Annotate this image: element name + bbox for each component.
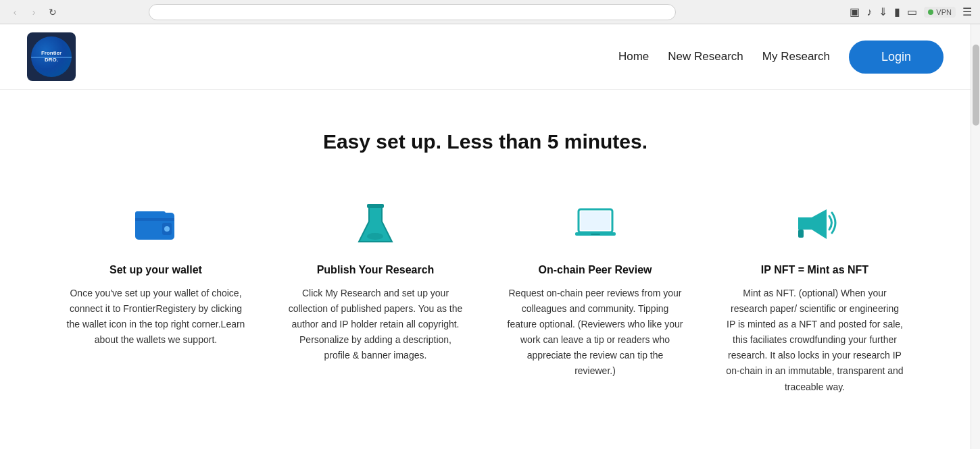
logo-text-overlay: Frontier DRO. xyxy=(41,50,62,63)
reload-button[interactable]: ↻ xyxy=(46,5,59,19)
nav-home[interactable]: Home xyxy=(618,50,649,63)
browser-chrome: ‹ › ↻ ▣ ♪ ⇓ ▮ ▭ VPN ☰ xyxy=(0,0,980,24)
nav-my-research[interactable]: My Research xyxy=(762,50,830,63)
feature-card-research: Publish Your Research Click My Research … xyxy=(272,194,479,402)
feature-desc-peer-review: Request on-chain peer reviews from your … xyxy=(506,286,685,379)
menu-icon[interactable]: ☰ xyxy=(962,5,972,18)
browser-toolbar-icons: ▣ ♪ ⇓ ▮ ▭ VPN ☰ xyxy=(850,5,972,18)
login-button[interactable]: Login xyxy=(849,41,944,74)
vpn-status-dot xyxy=(928,9,933,15)
feature-title-peer-review: On-chain Peer Review xyxy=(538,264,652,276)
address-bar[interactable] xyxy=(149,4,676,20)
extension-icon-1[interactable]: ▣ xyxy=(850,5,860,18)
svg-rect-3 xyxy=(135,211,166,218)
svg-rect-7 xyxy=(367,204,384,208)
nav-new-research[interactable]: New Research xyxy=(668,50,743,63)
vpn-label: VPN xyxy=(936,8,952,16)
extension-icon-3[interactable]: ▭ xyxy=(907,5,917,18)
logo-globe: Frontier DRO. xyxy=(31,36,72,77)
hero-section: Easy set up. Less than 5 minutes. xyxy=(0,90,971,180)
forward-button[interactable]: › xyxy=(27,5,41,19)
extension-icon-2[interactable]: ♪ xyxy=(866,6,872,18)
logo-image: Frontier DRO. xyxy=(27,32,76,81)
feature-desc-nft: Mint as NFT. (optional) When your resear… xyxy=(725,286,904,395)
feature-title-research: Publish Your Research xyxy=(317,264,435,276)
svg-point-8 xyxy=(367,233,383,240)
megaphone-icon xyxy=(791,201,839,248)
feature-desc-wallet: Once you've set up your wallet of choice… xyxy=(66,286,245,348)
flask-icon xyxy=(352,201,399,248)
page-content: Frontier DRO. Home New Research My Resea… xyxy=(0,24,971,449)
logo-container[interactable]: Frontier DRO. xyxy=(27,32,76,81)
wallet-icon xyxy=(132,201,180,248)
svg-rect-1 xyxy=(135,218,174,221)
features-grid: Set up your wallet Once you've set up yo… xyxy=(12,180,958,442)
scrollbar-thumb[interactable] xyxy=(973,45,979,126)
feature-card-peer-review: On-chain Peer Review Request on-chain pe… xyxy=(492,194,698,402)
feature-title-wallet: Set up your wallet xyxy=(109,264,202,276)
back-button[interactable]: ‹ xyxy=(8,5,22,19)
vpn-badge: VPN xyxy=(924,7,956,18)
download-icon[interactable]: ⇓ xyxy=(879,5,887,18)
feature-card-nft: IP NFT = Mint as NFT Mint as NFT. (optio… xyxy=(712,194,918,402)
svg-rect-10 xyxy=(581,211,610,230)
scrollbar-track[interactable] xyxy=(971,24,980,449)
svg-point-4 xyxy=(164,226,170,232)
hero-title: Easy set up. Less than 5 minutes. xyxy=(14,130,957,153)
svg-rect-12 xyxy=(591,234,600,235)
navbar: Frontier DRO. Home New Research My Resea… xyxy=(0,24,971,90)
svg-rect-14 xyxy=(798,230,804,238)
feature-desc-research: Click My Research and set up your collec… xyxy=(286,286,465,363)
nav-links: Home New Research My Research xyxy=(618,50,830,63)
laptop-icon xyxy=(572,201,619,248)
sidebar-icon[interactable]: ▮ xyxy=(894,5,900,18)
feature-card-wallet: Set up your wallet Once you've set up yo… xyxy=(53,194,259,402)
feature-title-nft: IP NFT = Mint as NFT xyxy=(761,264,868,276)
